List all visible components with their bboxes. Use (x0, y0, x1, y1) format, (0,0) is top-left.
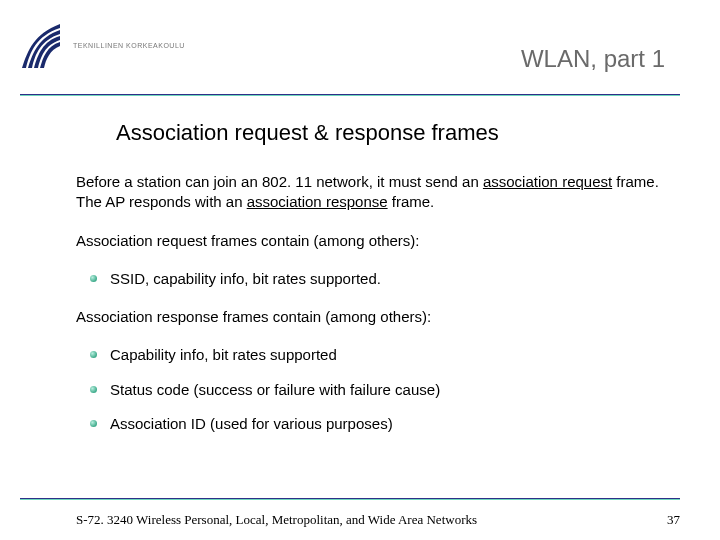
divider-top (20, 94, 680, 96)
footer-course: S-72. 3240 Wireless Personal, Local, Met… (76, 512, 477, 528)
slide-header: TEKNILLINEN KORKEAKOULU WLAN, part 1 (0, 0, 720, 98)
intro-paragraph: Before a station can join an 802. 11 net… (76, 172, 670, 213)
header-title: WLAN, part 1 (521, 45, 665, 73)
underlined-term: association request (483, 173, 612, 190)
page-number: 37 (667, 512, 680, 528)
underlined-term: association response (247, 193, 388, 210)
institution-logo-block: TEKNILLINEN KORKEAKOULU (20, 20, 185, 70)
request-bullet-list: SSID, capability info, bit rates support… (76, 269, 670, 289)
request-heading: Association request frames contain (amon… (76, 231, 670, 251)
list-item: Association ID (used for various purpose… (76, 414, 670, 434)
list-item: SSID, capability info, bit rates support… (76, 269, 670, 289)
text-segment: Before a station can join an 802. 11 net… (76, 173, 483, 190)
response-heading: Association response frames contain (amo… (76, 307, 670, 327)
institution-logo-icon (20, 20, 65, 70)
slide-content: Association request & response frames Be… (76, 110, 670, 452)
slide-footer: S-72. 3240 Wireless Personal, Local, Met… (76, 512, 680, 528)
response-bullet-list: Capability info, bit rates supported Sta… (76, 345, 670, 434)
institution-name: TEKNILLINEN KORKEAKOULU (73, 42, 185, 49)
text-segment: frame. (388, 193, 435, 210)
slide-title: Association request & response frames (116, 120, 670, 146)
divider-bottom (20, 498, 680, 500)
list-item: Status code (success or failure with fai… (76, 380, 670, 400)
list-item: Capability info, bit rates supported (76, 345, 670, 365)
